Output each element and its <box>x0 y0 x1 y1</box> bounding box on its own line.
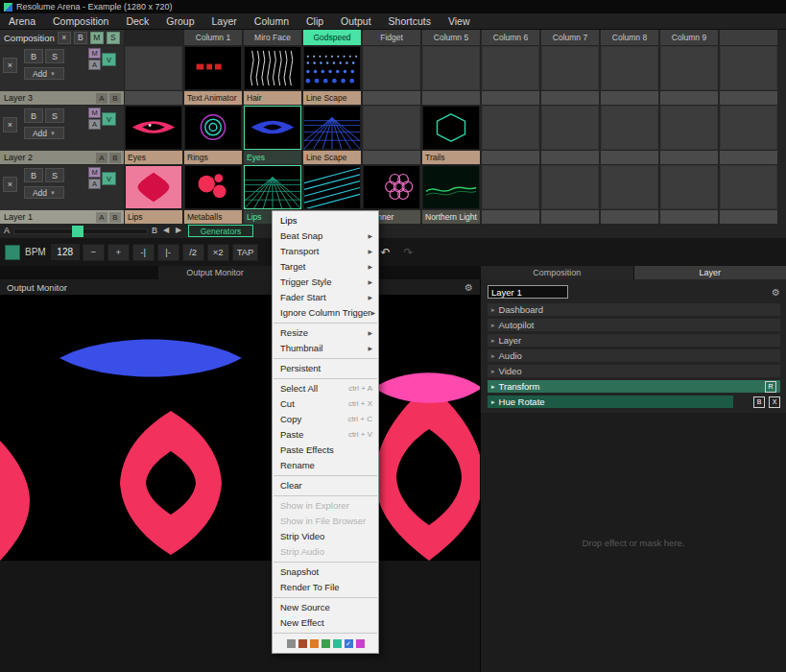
empty-slot[interactable] <box>541 165 599 209</box>
clip-cell[interactable] <box>601 165 658 224</box>
context-menu-item-copy[interactable]: Copyctrl + C <box>273 412 378 427</box>
composition-clear-button[interactable]: × <box>58 32 71 44</box>
clip-cell-line-scape[interactable]: Line Scape <box>303 106 361 164</box>
column-header-column-1[interactable]: Column 1 <box>184 30 242 45</box>
section-row-video[interactable]: ▸Video <box>488 365 780 377</box>
clip-cell[interactable] <box>363 46 420 105</box>
color-swatch-4[interactable] <box>322 639 330 648</box>
lines-cyan-thumbnail[interactable] <box>303 165 361 209</box>
clip-cell[interactable] <box>660 165 718 224</box>
layer-preview-clip[interactable] <box>125 46 182 105</box>
layer-solo-button[interactable]: S <box>45 49 64 63</box>
layer-bypass-button[interactable]: B <box>24 108 43 123</box>
dot-scape-thumbnail[interactable] <box>303 46 361 90</box>
hexagon-thumbnail[interactable] <box>422 106 480 150</box>
context-menu-item-strip-video[interactable]: Strip Video <box>273 529 378 544</box>
context-menu-item-rename[interactable]: Rename <box>273 458 378 473</box>
clip-cell[interactable] <box>363 106 420 164</box>
text-animator-thumbnail[interactable] <box>184 46 242 90</box>
layer-clear-button[interactable]: × <box>3 58 17 73</box>
clip-cell[interactable] <box>720 46 777 105</box>
clip-cell-text-animator[interactable]: Text Animator <box>184 46 242 105</box>
crossfader-a-label[interactable]: A <box>4 226 10 235</box>
transport-button-blank[interactable]: -| <box>132 244 155 261</box>
context-menu-item-paste-effects[interactable]: Paste Effects <box>273 443 378 458</box>
clip-cell[interactable] <box>541 106 599 164</box>
clip-cell[interactable] <box>720 106 777 164</box>
layer-name-bar-layer-3[interactable]: Layer 3AB <box>0 91 124 105</box>
layer-crossfade-a-button[interactable]: A <box>96 153 107 163</box>
context-menu-item-new-effect[interactable]: New Effect <box>273 615 378 631</box>
crossfader-track[interactable] <box>13 228 148 234</box>
gear-icon[interactable]: ⚙ <box>464 282 473 293</box>
layer-m-button[interactable]: M <box>88 167 101 178</box>
composition-s-button[interactable]: S <box>107 32 120 44</box>
layer-bypass-button[interactable]: B <box>24 168 43 182</box>
metaballs-thumbnail[interactable] <box>184 165 242 209</box>
column-header-column-7[interactable]: Column 7 <box>541 30 599 45</box>
clip-cell-metaballs[interactable]: Metaballs <box>184 165 242 224</box>
column-header-column-9[interactable]: Column 9 <box>660 30 718 45</box>
column-header-godspeed[interactable]: Godspeed <box>303 30 361 45</box>
context-menu-item-persistent[interactable]: Persistent <box>273 361 378 376</box>
section-r-button[interactable]: R <box>765 381 776 393</box>
layer-crossfade-a-button[interactable]: A <box>96 93 107 104</box>
color-swatch-3[interactable] <box>310 639 319 648</box>
layer-a-button[interactable]: A <box>88 119 101 130</box>
clip-cell[interactable] <box>422 46 480 105</box>
line-scape-thumbnail[interactable] <box>303 106 361 150</box>
eye-red-thumbnail[interactable] <box>125 106 182 150</box>
layer-name-input[interactable] <box>488 285 568 299</box>
hair-thumbnail[interactable] <box>244 46 301 90</box>
section-row-layer[interactable]: ▸Layer <box>488 334 780 347</box>
previous-deck-icon[interactable]: ◀ <box>163 226 169 234</box>
rings-thumbnail[interactable] <box>184 106 242 150</box>
layer-preview-clip-eyes[interactable]: Eyes <box>125 106 182 164</box>
empty-slot[interactable] <box>601 46 658 90</box>
column-header-column-6[interactable]: Column 6 <box>482 30 539 45</box>
clip-cell[interactable] <box>541 165 599 224</box>
menu-group[interactable]: Group <box>157 15 202 27</box>
layer-solo-button[interactable]: S <box>45 108 64 123</box>
context-menu-item-transport[interactable]: Transport▶ <box>273 244 378 259</box>
layer-v-button[interactable]: V <box>102 53 116 66</box>
color-swatch-1[interactable] <box>287 639 296 648</box>
layer-crossfade-b-button[interactable]: B <box>109 212 121 223</box>
layer-clear-button[interactable]: × <box>3 117 17 132</box>
tab-composition[interactable]: Composition <box>480 266 633 279</box>
clip-cell-hair[interactable]: Hair <box>244 46 301 105</box>
clip-cell-line-scape[interactable]: Line Scape <box>303 46 361 105</box>
empty-slot[interactable] <box>720 106 777 150</box>
empty-slot[interactable] <box>720 165 777 209</box>
empty-slot[interactable] <box>363 106 420 150</box>
empty-slot[interactable] <box>601 106 658 150</box>
empty-slot[interactable] <box>363 46 420 90</box>
menu-view[interactable]: View <box>440 15 479 27</box>
context-menu-item-cut[interactable]: Cutctrl + X <box>273 396 378 412</box>
clip-cell-northern-light[interactable]: Northern Light <box>422 165 480 224</box>
layer-solo-button[interactable]: S <box>45 168 64 182</box>
layer-a-button[interactable]: A <box>88 179 101 189</box>
transport-button-blank[interactable]: |- <box>157 244 179 261</box>
section-row-transform[interactable]: ▸TransformR <box>488 380 780 393</box>
empty-slot[interactable] <box>660 165 718 209</box>
layer-name-bar-layer-1[interactable]: Layer 1AB <box>0 210 124 224</box>
clip-cell[interactable] <box>660 106 718 164</box>
effect-drop-zone[interactable]: Drop effect or mask here. <box>481 413 786 672</box>
clip-cell-rings[interactable]: Rings <box>184 106 242 164</box>
empty-slot[interactable] <box>422 46 480 90</box>
section-row-audio[interactable]: ▸Audio <box>488 349 780 362</box>
transport-button-blank[interactable]: − <box>83 244 105 261</box>
menu-layer[interactable]: Layer <box>203 15 246 27</box>
context-menu-item-fader-start[interactable]: Fader Start▶ <box>273 290 378 305</box>
section-row-dashboard[interactable]: ▸Dashboard <box>488 303 780 316</box>
menu-arena[interactable]: Arena <box>0 15 44 27</box>
column-header-miro-face[interactable]: Miro Face <box>244 30 301 45</box>
clip-cell[interactable] <box>482 165 539 224</box>
layer-bypass-button[interactable]: B <box>24 49 43 63</box>
gear-icon[interactable]: ⚙ <box>772 287 780 298</box>
layer-crossfade-b-button[interactable]: B <box>109 93 121 104</box>
crossfader-b-label[interactable]: B <box>152 226 157 235</box>
tab-layer[interactable]: Layer <box>633 266 786 279</box>
section-row-autopilot[interactable]: ▸Autopilot <box>488 319 780 331</box>
